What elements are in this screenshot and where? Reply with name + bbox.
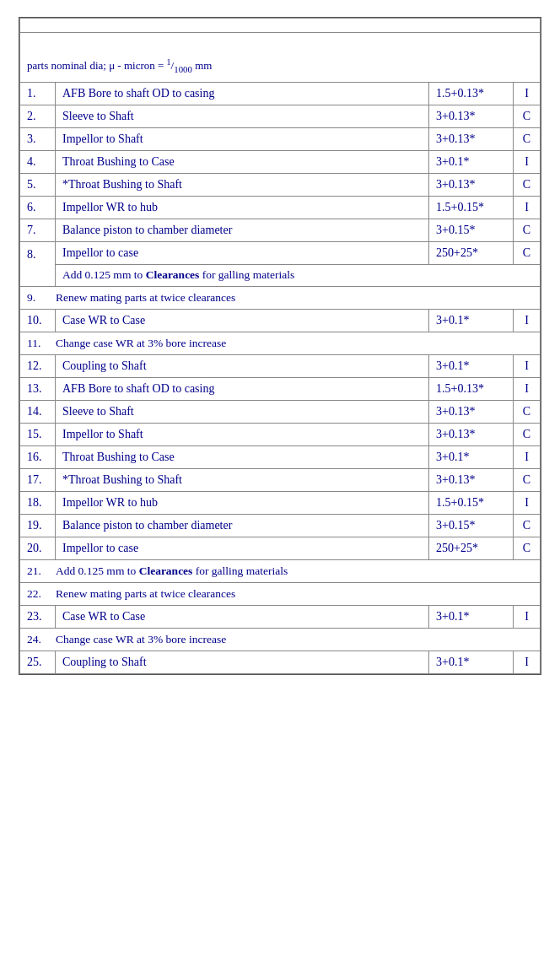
- row-note: Add 0.125 mm to Clearances for galling m…: [56, 264, 541, 286]
- row-number: 8.: [20, 241, 56, 286]
- row-type: I: [514, 377, 541, 400]
- table-row: 4.Throat Bushing to Case3+0.1*I: [20, 150, 541, 173]
- row-type: I: [514, 309, 541, 332]
- row-type: I: [514, 651, 541, 673]
- row-number: 20.: [20, 537, 56, 559]
- row-description: Case WR to Case: [56, 605, 429, 628]
- row-value: 3+0.1*: [429, 150, 514, 173]
- row-value: 1.5+0.15*: [429, 491, 514, 514]
- row-type: I: [514, 605, 541, 628]
- table-row: 16.Throat Bushing to Case3+0.1*I: [20, 445, 541, 468]
- row-description: Balance piston to chamber diameter: [56, 219, 429, 241]
- row-description: Impellor WR to hub: [56, 196, 429, 219]
- row-number: 5.: [20, 173, 56, 196]
- clearances-bold: Clearances: [139, 564, 193, 577]
- row-value: 1.5+0.13*: [429, 377, 514, 400]
- row-description: *Throat Bushing to Shaft: [56, 173, 429, 196]
- row-description: Coupling to Shaft: [56, 651, 429, 673]
- row-description: Impellor to Shaft: [56, 127, 429, 150]
- row-type: C: [514, 241, 541, 264]
- row-value: 3+0.13*: [429, 127, 514, 150]
- table-row: 7.Balance piston to chamber diameter3+0.…: [20, 219, 541, 241]
- row-description: Sleeve to Shaft: [56, 400, 429, 423]
- row-number: 2.: [20, 105, 56, 127]
- row-description: Impellor to case: [56, 537, 429, 559]
- row-type: C: [514, 514, 541, 537]
- table-row: 17.*Throat Bushing to Shaft3+0.13*C: [20, 468, 541, 491]
- row-value: 3+0.1*: [429, 309, 514, 332]
- table-row: 20.Impellor to case250+25*C: [20, 537, 541, 559]
- row-type: I: [514, 82, 541, 105]
- row-value: 250+25*: [429, 241, 514, 264]
- row-type: I: [514, 445, 541, 468]
- row-type: C: [514, 537, 541, 559]
- table-row: 9.Renew mating parts at twice clearances: [20, 286, 541, 309]
- row-description: Impellor WR to hub: [56, 491, 429, 514]
- row-value: 3+0.13*: [429, 468, 514, 491]
- table-row: 15.Impellor to Shaft3+0.13*C: [20, 423, 541, 445]
- row-number: 14.: [20, 400, 56, 423]
- row-number: 7.: [20, 219, 56, 241]
- row-value: 3+0.1*: [429, 651, 514, 673]
- table-row: 19.Balance piston to chamber diameter3+0…: [20, 514, 541, 537]
- table-row: 6.Impellor WR to hub1.5+0.15*I: [20, 196, 541, 219]
- row-description: Coupling to Shaft: [56, 354, 429, 377]
- main-table-container: parts nominal dia; μ - micron = 1/1000 m…: [19, 17, 541, 675]
- row-type: C: [514, 423, 541, 445]
- row-number: 6.: [20, 196, 56, 219]
- row-number: 19.: [20, 514, 56, 537]
- note-row: parts nominal dia; μ - micron = 1/1000 m…: [20, 33, 541, 83]
- row-type: C: [514, 105, 541, 127]
- row-value: 3+0.13*: [429, 423, 514, 445]
- row-number: 17.: [20, 468, 56, 491]
- table-row: 13.AFB Bore to shaft OD to casing1.5+0.1…: [20, 377, 541, 400]
- row-type: I: [514, 150, 541, 173]
- row-number: 10.: [20, 309, 56, 332]
- row-value: 3+0.13*: [429, 173, 514, 196]
- row-number: 18.: [20, 491, 56, 514]
- row-type: C: [514, 127, 541, 150]
- row-type: I: [514, 354, 541, 377]
- row-num: 22.: [27, 587, 56, 601]
- row-value: 1.5+0.15*: [429, 196, 514, 219]
- table-row: 24.Change case WR at 3% bore increase: [20, 628, 541, 651]
- row-description: Case WR to Case: [56, 309, 429, 332]
- row-number: 1.: [20, 82, 56, 105]
- table-title: [20, 19, 541, 33]
- row-description: Throat Bushing to Case: [56, 445, 429, 468]
- row-description: AFB Bore to shaft OD to casing: [56, 377, 429, 400]
- row-type: C: [514, 173, 541, 196]
- note-line2: parts nominal dia; μ - micron = 1/1000 m…: [27, 59, 212, 72]
- table-row: 12.Coupling to Shaft3+0.1*I: [20, 354, 541, 377]
- row-number: 25.: [20, 651, 56, 673]
- row-num: 21.: [27, 564, 56, 578]
- row-number: 4.: [20, 150, 56, 173]
- row-description: Throat Bushing to Case: [56, 150, 429, 173]
- row-value: 1.5+0.13*: [429, 82, 514, 105]
- row-description: Impellor to Shaft: [56, 423, 429, 445]
- table-row: 21.Add 0.125 mm to Clearances for gallin…: [20, 559, 541, 582]
- table-note-row: Add 0.125 mm to Clearances for galling m…: [20, 264, 541, 286]
- table-row: 11.Change case WR at 3% bore increase: [20, 332, 541, 354]
- row-type: C: [514, 468, 541, 491]
- row-number: 13.: [20, 377, 56, 400]
- row-value: 3+0.13*: [429, 105, 514, 127]
- row-value: 3+0.1*: [429, 605, 514, 628]
- table-row: 25.Coupling to Shaft3+0.1*I: [20, 651, 541, 673]
- row-num: 11.: [27, 337, 56, 350]
- row-description: Sleeve to Shaft: [56, 105, 429, 127]
- row-description: Balance piston to chamber diameter: [56, 514, 429, 537]
- row-number: 16.: [20, 445, 56, 468]
- row-value: 3+0.1*: [429, 445, 514, 468]
- row-type: C: [514, 219, 541, 241]
- mu-symbol: μ: [109, 59, 115, 72]
- row-type: I: [514, 196, 541, 219]
- row-value: 3+0.15*: [429, 514, 514, 537]
- table-row: 1.AFB Bore to shaft OD to casing1.5+0.13…: [20, 82, 541, 105]
- row-value: 3+0.13*: [429, 400, 514, 423]
- table-row: 5.*Throat Bushing to Shaft3+0.13*C: [20, 173, 541, 196]
- row-num: 9.: [27, 291, 56, 305]
- row-value: 3+0.15*: [429, 219, 514, 241]
- table-row: 3.Impellor to Shaft3+0.13*C: [20, 127, 541, 150]
- table-row: 18.Impellor WR to hub1.5+0.15*I: [20, 491, 541, 514]
